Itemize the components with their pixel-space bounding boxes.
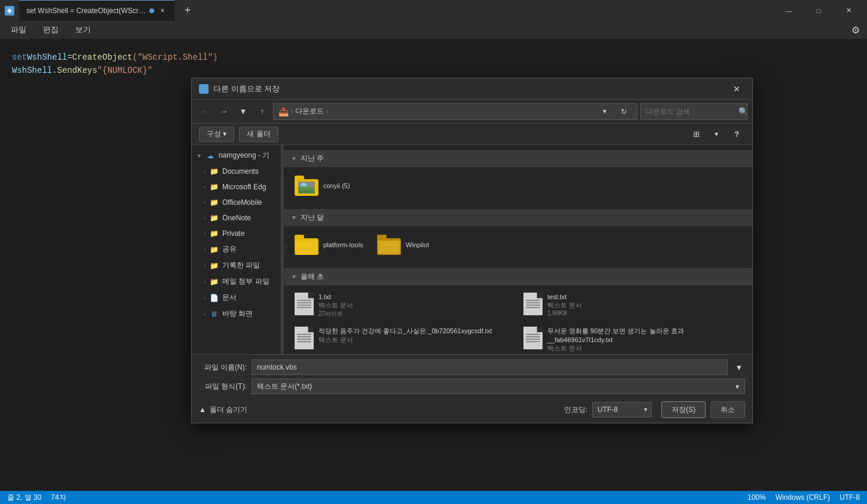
editor-tab[interactable]: set WshShell = CreateObject(WScri... × bbox=[19, 0, 174, 21]
sidebar-item-officemobile[interactable]: › 📁 OfficeMobile bbox=[192, 195, 281, 210]
cancel-btn[interactable]: 취소 bbox=[710, 401, 745, 418]
search-input[interactable] bbox=[645, 107, 735, 116]
dialog-sidebar: ▼ ☁ namgyeong - 기 › 📁 Documents › 📁 Micr… bbox=[192, 145, 281, 354]
code-keyword-set: set bbox=[12, 51, 27, 64]
dialog-action-bar: 구성 ▾ 새 폴더 ⊞ ▼ ? bbox=[192, 124, 752, 145]
filetype-select-wrapper: 텍스트 문서(*.txt) 모든 파일(*.*) ▼ bbox=[252, 379, 745, 394]
app-icon: ◈ bbox=[5, 6, 14, 16]
sidebar-officemobile-icon: 📁 bbox=[209, 198, 219, 207]
folder-hide-arrow[interactable]: ▲ bbox=[199, 405, 206, 414]
sidebar-item-documents[interactable]: › 📁 Documents bbox=[192, 164, 281, 179]
code-line-1: set WshShell = CreateObject ("WScript.Sh… bbox=[12, 51, 855, 64]
section-last-week[interactable]: ▼ 지난 주 bbox=[284, 150, 752, 167]
sidebar-item-microsoftedge[interactable]: › 📁 Microsoft Edg bbox=[192, 179, 281, 195]
status-position: 줄 2, 열 30 bbox=[7, 493, 41, 503]
help-btn[interactable]: ? bbox=[728, 126, 745, 143]
view-toggle-btn[interactable]: ⊞ bbox=[688, 126, 704, 143]
sidebar-shared-label: 공유 bbox=[222, 244, 237, 254]
sidebar-onenote-label: OneNote bbox=[222, 214, 251, 222]
folder-platform-tools[interactable]: platform-tools bbox=[291, 231, 369, 259]
dialog-footer: ▲ 폴더 숨기기 인코딩: UTF-8 UTF-16 ANSI ▼ bbox=[199, 398, 745, 418]
sidebar-documents-icon: 📁 bbox=[209, 167, 219, 176]
new-tab-btn[interactable]: + bbox=[179, 2, 196, 19]
sidebar-shared-icon: 📁 bbox=[209, 245, 219, 254]
nav-dropdown-btn[interactable]: ▼ bbox=[235, 103, 252, 120]
nav-back-btn[interactable]: ← bbox=[197, 103, 213, 120]
file-1txt[interactable]: 1.txt 텍스트 문서 27바이트 bbox=[291, 290, 516, 321]
sidebar-item-recorded[interactable]: › 📁 기록한 파일 bbox=[192, 257, 281, 273]
folder-winpilot[interactable]: Winpilot bbox=[373, 231, 451, 259]
folder-icon-conyii bbox=[295, 176, 318, 196]
doc-icon-jeokdang bbox=[295, 327, 314, 349]
menu-edit[interactable]: 편집 bbox=[39, 22, 62, 38]
sidebar-item-root[interactable]: ▼ ☁ namgyeong - 기 bbox=[192, 147, 281, 164]
file-testtxt-name: test.txt bbox=[547, 293, 582, 301]
menu-view[interactable]: 보기 bbox=[72, 22, 94, 38]
path-separator-2: › bbox=[326, 108, 328, 115]
filetype-label: 파일 형식(T): bbox=[199, 382, 247, 392]
filename-input[interactable] bbox=[252, 359, 728, 375]
nav-forward-btn[interactable]: → bbox=[216, 103, 232, 120]
filetype-select[interactable]: 텍스트 문서(*.txt) 모든 파일(*.*) bbox=[252, 379, 745, 394]
settings-icon[interactable]: ⚙ bbox=[851, 25, 860, 35]
file-jeokdang[interactable]: 적당한 음주가 건강에 좋다고_사실은._0b720561xygcsdf.txt… bbox=[291, 324, 516, 354]
sidebar-item-onenote[interactable]: › 📁 OneNote bbox=[192, 210, 281, 226]
nav-up-btn[interactable]: ↑ bbox=[254, 103, 271, 120]
sidebar-root-label: namgyeong - 기 bbox=[219, 150, 269, 161]
save-dialog: 다른 이름으로 저장 ✕ ← → ▼ ↑ 📥 › 다운로드 › ▼ ↻ 🔍 bbox=[191, 78, 753, 423]
code-arg-wscript: ("WScript.Shell") bbox=[133, 51, 218, 64]
section-early-year-label: 올해 초 bbox=[301, 272, 324, 282]
status-bar: 줄 2, 열 30 74자 100% Windows (CRLF) UTF-8 bbox=[0, 491, 867, 504]
folder-conyii[interactable]: conyii (5) bbox=[291, 172, 369, 199]
sidebar-item-mail-attach[interactable]: › 📁 메일 첨부 파일 bbox=[192, 273, 281, 290]
dialog-icon bbox=[199, 84, 209, 94]
code-arg-numlock: "{NUMLOCK}" bbox=[97, 64, 152, 77]
folder-conyii-name: conyii (5) bbox=[323, 182, 350, 190]
save-btn[interactable]: 저장(S) bbox=[661, 401, 706, 418]
sidebar-mailattach-label: 메일 첨부 파일 bbox=[222, 276, 269, 287]
sidebar-recorded-label: 기록한 파일 bbox=[222, 260, 260, 271]
folder-winpilot-name: Winpilot bbox=[406, 241, 429, 249]
dialog-close-btn[interactable]: ✕ bbox=[728, 81, 745, 97]
search-box[interactable]: 🔍 bbox=[640, 103, 747, 120]
section-early-year[interactable]: ▼ 올해 초 bbox=[284, 268, 752, 285]
status-zoom: 100% bbox=[747, 493, 766, 502]
path-expand-btn[interactable]: ▼ bbox=[596, 103, 613, 120]
file-1txt-type: 텍스트 문서 bbox=[318, 301, 353, 310]
tab-close-btn[interactable]: × bbox=[158, 6, 167, 16]
file-museo[interactable]: 무서운 영화를 90분간 보면 생기는 놀라운 효과__fab46961v7l1… bbox=[520, 324, 745, 354]
path-bar[interactable]: 📥 › 다운로드 › ▼ ↻ bbox=[273, 103, 638, 120]
close-btn[interactable]: ✕ bbox=[835, 0, 862, 21]
section-last-month[interactable]: ▼ 지난 달 bbox=[284, 209, 752, 226]
dialog-title: 다른 이름으로 저장 bbox=[213, 84, 728, 94]
section-last-week-arrow: ▼ bbox=[291, 155, 297, 162]
sidebar-item-docs[interactable]: › 📄 문서 bbox=[192, 290, 281, 306]
new-folder-btn[interactable]: 새 폴더 bbox=[239, 127, 278, 142]
view-dropdown-btn[interactable]: ▼ bbox=[708, 126, 725, 143]
sidebar-item-private[interactable]: › 📁 Private bbox=[192, 226, 281, 241]
sidebar-divider[interactable] bbox=[281, 145, 284, 354]
refresh-btn[interactable]: ↻ bbox=[615, 103, 632, 120]
minimize-btn[interactable]: — bbox=[775, 0, 802, 21]
code-method-sendkeys: .SendKeys bbox=[52, 64, 97, 77]
organize-btn[interactable]: 구성 ▾ bbox=[199, 127, 234, 142]
section-last-month-arrow: ▼ bbox=[291, 214, 297, 221]
sidebar-cloud-icon: ☁ bbox=[206, 151, 215, 161]
doc-icon-1txt bbox=[295, 293, 314, 315]
section-early-year-arrow: ▼ bbox=[291, 273, 297, 280]
dialog-toolbar: ← → ▼ ↑ 📥 › 다운로드 › ▼ ↻ 🔍 bbox=[192, 100, 752, 124]
form-row-filetype: 파일 형식(T): 텍스트 문서(*.txt) 모든 파일(*.*) ▼ bbox=[199, 379, 745, 394]
file-testtxt[interactable]: test.txt 텍스트 문서 1.98KB bbox=[520, 290, 745, 321]
menu-file[interactable]: 파일 bbox=[7, 22, 30, 38]
sidebar-item-shared[interactable]: › 📁 공유 bbox=[192, 241, 281, 257]
window-controls: — □ ✕ bbox=[775, 0, 862, 21]
sidebar-desktop-label: 바탕 화면 bbox=[222, 309, 253, 319]
path-current: 다운로드 bbox=[295, 106, 324, 116]
code-line-2: WshShell .SendKeys "{NUMLOCK}" bbox=[12, 64, 855, 77]
sidebar-item-desktop[interactable]: › 🖥 바탕 화면 bbox=[192, 306, 281, 322]
maximize-btn[interactable]: □ bbox=[805, 0, 832, 21]
folder-hide-label[interactable]: 폴더 숨기기 bbox=[210, 405, 247, 415]
filename-dropdown-icon: ▼ bbox=[733, 363, 745, 372]
menu-bar: 파일 편집 보기 ⚙ bbox=[0, 21, 867, 39]
encoding-select[interactable]: UTF-8 UTF-16 ANSI bbox=[592, 402, 652, 417]
